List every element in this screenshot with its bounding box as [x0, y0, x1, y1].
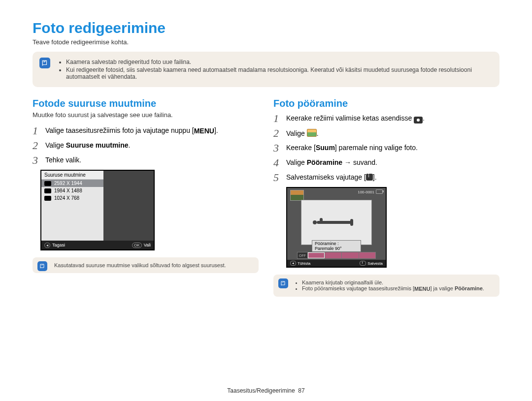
step-text-bold: Pööramine: [307, 158, 342, 166]
resize-option-label: 1984 X 1488: [54, 188, 82, 193]
size-icon: [44, 188, 51, 193]
page-footer: Taasesitus/Redigeerimine 87: [0, 387, 532, 394]
note-icon: [39, 58, 50, 68]
step-text: → suvand.: [342, 158, 377, 166]
step-number: 3: [273, 143, 286, 154]
step-text-bold: Suuruse muutmine: [66, 141, 129, 149]
photo-preview: [301, 200, 372, 245]
note-icon: [278, 278, 288, 288]
file-info: 100-0001: [358, 189, 383, 194]
size-icon: [44, 196, 51, 201]
section-heading: Foto pööramine: [273, 98, 499, 109]
step-number: 2: [273, 128, 286, 139]
step-text: Keerake [: [286, 144, 316, 152]
step-text: Valige: [286, 158, 307, 166]
step-text: Valige: [286, 129, 307, 137]
svg-rect-3: [320, 218, 323, 222]
ok-key-icon: OK: [132, 243, 142, 248]
back-key-icon: ◂: [44, 243, 50, 248]
back-key-icon: ◂: [290, 261, 296, 266]
step-text: Valige: [45, 141, 66, 149]
battery-icon: [376, 189, 383, 194]
resize-option[interactable]: 2592 X 1944: [41, 180, 103, 187]
back-label: Tagasi: [52, 243, 65, 247]
select-label: Vali: [144, 243, 151, 247]
page-title: Foto redigeerimine: [33, 20, 499, 36]
rotate-note: Kaamera kirjutab originaalfaili üle. Fot…: [273, 275, 499, 297]
resize-option-label: 1024 X 768: [54, 195, 79, 201]
step-4: 4 Valige Pööramine → suvand.: [273, 157, 499, 168]
menu-token: MENU: [194, 127, 214, 135]
top-note: Kaamera salvestab redigeeritud foto uue …: [33, 52, 499, 87]
step-1: 1 Keerake režiimi valimise ketas asendis…: [273, 113, 499, 124]
fn-key-icon: ⠇: [360, 261, 366, 266]
step-text: Keerake režiimi valimise ketas asendisse: [286, 114, 414, 122]
step-number: 5: [273, 172, 286, 183]
col-rotate: Foto pööramine 1 Keerake režiimi valimis…: [273, 98, 499, 297]
step-text: .: [129, 141, 131, 149]
step-text-bold: Suum: [316, 144, 335, 152]
note-line: Foto pööramiseks vajutage taasesitusreži…: [302, 285, 494, 292]
rotate-options-strip: OFF: [297, 252, 376, 259]
resize-note: Kasutatavad suuruse muutmise valikud sõl…: [33, 257, 259, 273]
section-heading: Fotode suuruse muutmine: [33, 98, 259, 109]
size-icon: [44, 181, 51, 186]
step-number: 2: [33, 140, 45, 151]
page-subtitle: Teave fotode redigeerimise kohta.: [33, 38, 499, 46]
col-resize: Fotode suuruse muutmine Muutke foto suur…: [33, 98, 259, 297]
step-5: 5 Salvestamiseks vajutage [].: [273, 172, 499, 183]
section-desc: Muutke foto suurust ja salvestage see uu…: [33, 111, 259, 119]
step-number: 3: [33, 155, 45, 166]
footer-page: 87: [298, 387, 304, 394]
resize-option[interactable]: 1984 X 1488: [41, 187, 103, 194]
manual-page: Foto redigeerimine Teave fotode redigeer…: [0, 0, 532, 401]
step-number: 4: [273, 157, 286, 168]
step-2: 2 Valige Suuruse muutmine.: [33, 140, 259, 151]
resize-option-label: 2592 X 1944: [54, 181, 82, 186]
resize-header: Suuruse muutmine: [41, 171, 103, 180]
photo-thumbnail: [290, 190, 304, 201]
rotate-off[interactable]: OFF: [297, 252, 308, 259]
step-text: ].: [373, 173, 377, 181]
svg-point-0: [313, 220, 317, 224]
svg-rect-2: [350, 219, 353, 226]
rotate-option[interactable]: [342, 252, 359, 259]
resize-option[interactable]: 1024 X 768: [41, 194, 103, 202]
step-1: 1 Valige taasesitusrežiimis foto ja vaju…: [33, 125, 259, 136]
step-text: ] paremale ning valige foto.: [335, 144, 418, 152]
rotate-option[interactable]: [308, 252, 325, 259]
step-text: Tehke valik.: [45, 156, 81, 164]
fn-key-icon: [366, 174, 373, 181]
rotate-caption: Pööramine : Paremale 90°: [312, 240, 361, 252]
step-text: Salvestamiseks vajutage [: [286, 173, 366, 181]
save-label: Salvesta: [367, 261, 383, 266]
step-text: .: [317, 129, 319, 137]
step-2: 2 Valige .: [273, 128, 499, 139]
rotate-option[interactable]: [359, 252, 376, 259]
step-number: 1: [33, 125, 45, 136]
camera-rotate-screen: 100-0001 Pööramine : Paremale 90° OFF: [286, 187, 387, 268]
step-text: Valige taasesitusrežiimis foto ja vajuta…: [45, 126, 194, 134]
step-text: ].: [214, 126, 218, 134]
rotate-option[interactable]: [325, 252, 342, 259]
step-3: 3 Tehke valik.: [33, 155, 259, 166]
step-number: 1: [273, 113, 286, 124]
note-icon: [37, 261, 47, 271]
footer-text: Taasesitus/Redigeerimine: [227, 387, 295, 394]
step-text: .: [423, 114, 425, 122]
note-line: Kui redigeerite fotosid, siis salvestab …: [66, 66, 492, 80]
camera-mode-icon: [414, 117, 423, 123]
note-line: Kaamera salvestab redigeeritud foto uue …: [66, 59, 492, 65]
step-3: 3 Keerake [Suum] paremale ning valige fo…: [273, 143, 499, 154]
note-line: Kaamera kirjutab originaalfaili üle.: [302, 279, 494, 285]
photo-edit-icon: [307, 129, 317, 137]
note-text: Kasutatavad suuruse muutmise valikud sõl…: [54, 262, 226, 268]
cancel-label: Tühista: [298, 261, 310, 266]
camera-resize-screen: Suuruse muutmine 2592 X 1944 1984 X 1488…: [40, 170, 155, 250]
menu-token: MENU: [414, 286, 430, 292]
